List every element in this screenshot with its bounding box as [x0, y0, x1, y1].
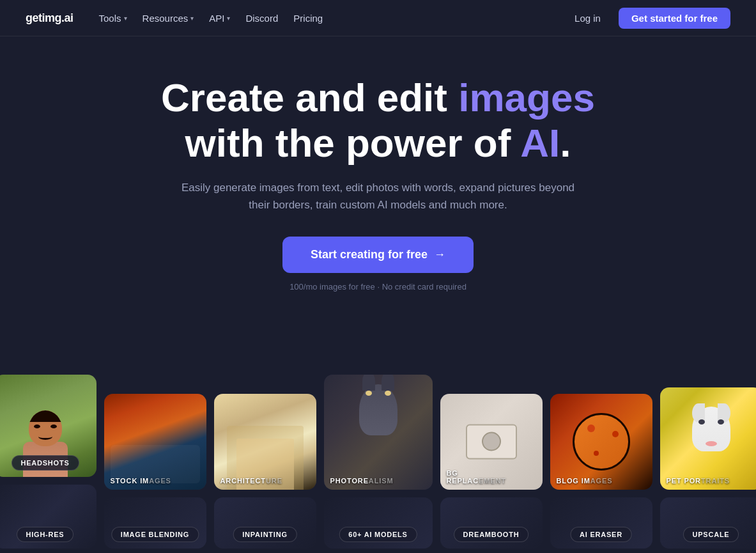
col-headshots: HEADSHOTS HIGH-RES [0, 336, 96, 549]
col-blog: BLOG IMAGES AI ERASER [550, 381, 652, 549]
nav-resources[interactable]: Resources ▾ [137, 9, 199, 27]
chevron-down-icon: ▾ [227, 15, 230, 22]
nav-discord[interactable]: Discord [240, 9, 283, 27]
card-60-models-label: 60+ AI MODELS [339, 527, 417, 542]
gallery-section: HEADSHOTS HIGH-RES STOCK IMAGES IMAGE BL… [0, 311, 756, 553]
card-bg-replace[interactable]: BGREPLACEMENT [440, 394, 543, 490]
card-pet[interactable]: PET PORTRAITS [660, 387, 757, 490]
card-image-blending[interactable]: IMAGE BLENDING [104, 497, 206, 549]
card-high-res-label: HIGH-RES [17, 527, 74, 542]
card-upscale[interactable]: UPSCALE [660, 497, 757, 549]
card-headshots[interactable]: HEADSHOTS [0, 375, 96, 477]
card-architecture[interactable]: ARCHITECTURE [214, 394, 316, 490]
card-inpainting[interactable]: INPAINTING [214, 497, 316, 549]
card-stock-label: STOCK IMAGES [104, 472, 206, 490]
card-headshots-label: HEADSHOTS [12, 455, 79, 471]
cta-button[interactable]: Start creating for free → [282, 237, 474, 273]
chevron-down-icon: ▾ [190, 15, 194, 22]
card-blog-label: BLOG IMAGES [550, 472, 652, 490]
nav-api[interactable]: API ▾ [204, 9, 235, 27]
card-dreambooth-label: DREAMBOOTH [454, 527, 529, 542]
card-pet-label: PET PORTRAITS [660, 472, 757, 490]
card-ai-eraser-label: AI ERASER [570, 527, 632, 542]
card-inpainting-label: INPAINTING [233, 527, 297, 542]
gallery-row-1: HEADSHOTS HIGH-RES STOCK IMAGES IMAGE BL… [0, 311, 756, 553]
card-architecture-label: ARCHITECTURE [214, 472, 316, 490]
login-button[interactable]: Log in [567, 9, 608, 27]
nav-pricing[interactable]: Pricing [288, 9, 328, 27]
card-60-models[interactable]: 60+ AI MODELS [324, 497, 433, 549]
chevron-down-icon: ▾ [124, 15, 127, 22]
hero-subtitle: Easily generate images from text, edit p… [180, 179, 576, 214]
card-stock[interactable]: STOCK IMAGES [104, 394, 206, 490]
col-stock: STOCK IMAGES IMAGE BLENDING [104, 381, 206, 549]
hero-section: Create and edit images with the power of… [0, 36, 756, 311]
hero-title: Create and edit images with the power of… [26, 75, 730, 166]
card-photorealism-label: PHOTOREALISM [324, 472, 433, 490]
arrow-icon: → [434, 248, 445, 261]
nav-tools[interactable]: Tools ▾ [94, 9, 132, 27]
logo[interactable]: getimg.ai [26, 12, 73, 25]
col-pet: PET PORTRAITS UPSCALE [660, 355, 757, 549]
card-upscale-label: UPSCALE [683, 527, 739, 542]
hero-note: 100/mo images for free · No credit card … [26, 282, 730, 292]
get-started-button[interactable]: Get started for free [619, 8, 730, 29]
card-bg-replace-label: BGREPLACEMENT [440, 464, 543, 490]
col-bg: BGREPLACEMENT DREAMBOOTH [440, 375, 543, 549]
col-arch: ARCHITECTURE INPAINTING [214, 394, 316, 549]
card-image-blending-label: IMAGE BLENDING [111, 527, 199, 542]
navbar: getimg.ai Tools ▾ Resources ▾ API ▾ Disc… [0, 0, 756, 36]
card-ai-eraser[interactable]: AI ERASER [550, 497, 652, 549]
col-photorealism: PHOTOREALISM 60+ AI MODELS [324, 394, 433, 549]
card-dreambooth[interactable]: DREAMBOOTH [440, 497, 543, 549]
card-photorealism[interactable]: PHOTOREALISM [324, 375, 433, 490]
card-high-res[interactable]: HIGH-RES [0, 485, 96, 549]
card-blog[interactable]: BLOG IMAGES [550, 394, 652, 490]
